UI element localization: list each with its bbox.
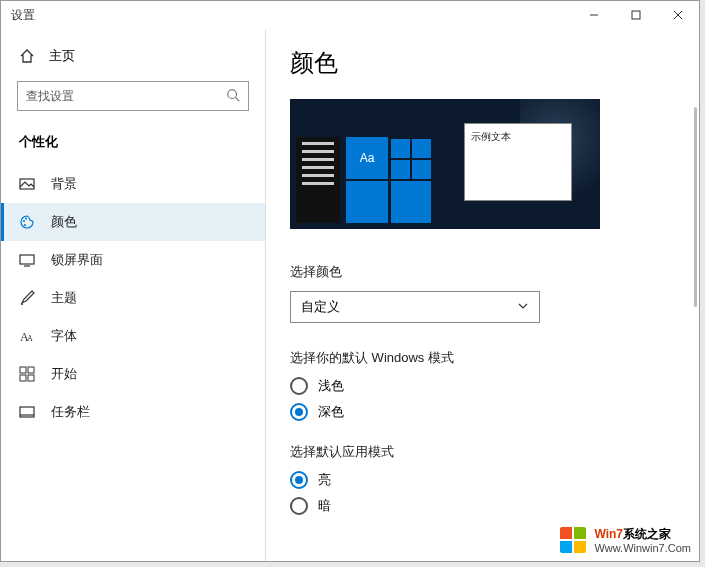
svg-rect-16 <box>20 375 26 381</box>
home-icon <box>19 48 35 64</box>
preview-start-menu <box>296 137 340 223</box>
svg-rect-15 <box>28 367 34 373</box>
window-body: 主页 查找设置 个性化 背景 <box>1 29 699 561</box>
radio-icon <box>290 403 308 421</box>
sidebar-item-lockscreen[interactable]: 锁屏界面 <box>1 241 265 279</box>
windows-mode-light[interactable]: 浅色 <box>290 377 667 395</box>
preview-tiles: Aa <box>296 137 486 223</box>
font-icon: AA <box>19 328 35 344</box>
titlebar: 设置 <box>1 1 699 29</box>
sidebar-item-fonts[interactable]: AA 字体 <box>1 317 265 355</box>
radio-label: 深色 <box>318 403 344 421</box>
search-wrap: 查找设置 <box>17 81 249 111</box>
palette-icon <box>19 214 35 230</box>
sidebar: 主页 查找设置 个性化 背景 <box>1 29 266 561</box>
titlebar-controls <box>573 1 699 29</box>
svg-point-4 <box>228 89 237 98</box>
app-mode-dark[interactable]: 暗 <box>290 497 667 515</box>
svg-line-5 <box>236 97 240 101</box>
app-mode-light[interactable]: 亮 <box>290 471 667 489</box>
sidebar-item-label: 任务栏 <box>51 403 90 421</box>
radio-icon <box>290 497 308 515</box>
radio-label: 暗 <box>318 497 331 515</box>
search-placeholder: 查找设置 <box>26 88 226 105</box>
app-mode-label: 选择默认应用模式 <box>290 443 667 461</box>
start-icon <box>19 366 35 382</box>
sidebar-item-start[interactable]: 开始 <box>1 355 265 393</box>
chevron-down-icon <box>517 300 529 315</box>
windows-mode-label: 选择你的默认 Windows 模式 <box>290 349 667 367</box>
choose-color-dropdown[interactable]: 自定义 <box>290 291 540 323</box>
sidebar-item-label: 颜色 <box>51 213 77 231</box>
close-button[interactable] <box>657 1 699 29</box>
svg-point-9 <box>24 224 26 226</box>
radio-icon <box>290 377 308 395</box>
window-title: 设置 <box>11 7 35 24</box>
svg-rect-14 <box>20 367 26 373</box>
page-title: 颜色 <box>290 47 667 79</box>
preview-window: 示例文本 <box>464 123 572 201</box>
settings-window: 设置 主页 查找设置 <box>0 0 700 562</box>
choose-color-label: 选择颜色 <box>290 263 667 281</box>
svg-rect-1 <box>632 11 640 19</box>
search-input[interactable]: 查找设置 <box>17 81 249 111</box>
svg-rect-10 <box>20 255 34 264</box>
sidebar-item-colors[interactable]: 颜色 <box>1 203 265 241</box>
picture-icon <box>19 176 35 192</box>
taskbar-icon <box>19 404 35 420</box>
windows-mode-group: 选择你的默认 Windows 模式 浅色 深色 <box>290 349 667 421</box>
main-content: 颜色 Aa 示例文本 选 <box>266 29 699 561</box>
app-mode-group: 选择默认应用模式 亮 暗 <box>290 443 667 515</box>
svg-point-8 <box>25 218 27 220</box>
brush-icon <box>19 290 35 306</box>
sidebar-item-label: 背景 <box>51 175 77 193</box>
search-icon <box>226 88 240 105</box>
svg-rect-17 <box>28 375 34 381</box>
dropdown-value: 自定义 <box>301 298 340 316</box>
watermark: Win7系统之家 Www.Winwin7.Com <box>560 527 691 555</box>
maximize-button[interactable] <box>615 1 657 29</box>
sidebar-item-taskbar[interactable]: 任务栏 <box>1 393 265 431</box>
minimize-button[interactable] <box>573 1 615 29</box>
windows-mode-dark[interactable]: 深色 <box>290 403 667 421</box>
watermark-text: Win7系统之家 Www.Winwin7.Com <box>594 527 691 555</box>
sidebar-item-label: 锁屏界面 <box>51 251 103 269</box>
home-label: 主页 <box>49 47 75 65</box>
scrollbar[interactable] <box>694 107 697 307</box>
sidebar-item-themes[interactable]: 主题 <box>1 279 265 317</box>
radio-label: 浅色 <box>318 377 344 395</box>
sidebar-section-title: 个性化 <box>1 127 265 165</box>
sidebar-item-label: 字体 <box>51 327 77 345</box>
sidebar-item-background[interactable]: 背景 <box>1 165 265 203</box>
color-preview: Aa 示例文本 <box>290 99 600 229</box>
sidebar-item-label: 主题 <box>51 289 77 307</box>
preview-sample-text: 示例文本 <box>471 131 511 142</box>
windows-logo-icon <box>560 527 588 555</box>
preview-tile-aa: Aa <box>346 137 388 179</box>
svg-text:A: A <box>27 334 33 343</box>
radio-label: 亮 <box>318 471 331 489</box>
sidebar-home[interactable]: 主页 <box>1 39 265 73</box>
svg-point-7 <box>23 220 25 222</box>
radio-icon <box>290 471 308 489</box>
monitor-icon <box>19 252 35 268</box>
sidebar-item-label: 开始 <box>51 365 77 383</box>
